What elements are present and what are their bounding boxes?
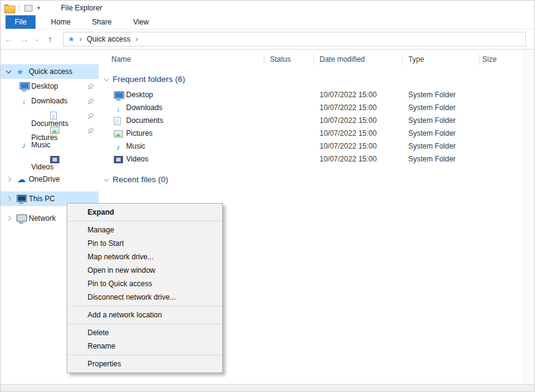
menu-item-delete[interactable]: Delete — [67, 326, 222, 339]
sidebar-item-videos[interactable]: Videos — [1, 152, 99, 167]
tab-home[interactable]: Home — [43, 15, 78, 29]
up-button[interactable]: ↑ — [41, 34, 59, 44]
menu-item-expand[interactable]: Expand — [67, 205, 222, 219]
group-header-recent-files[interactable]: Recent files (0) — [99, 173, 524, 187]
file-rows: Desktop 10/07/2022 15:00 System Folder D… — [99, 89, 524, 166]
breadcrumb-segment-quick-access[interactable]: Quick access — [87, 35, 130, 43]
menu-item-properties[interactable]: Properties — [67, 357, 222, 371]
explorer-logo-icon[interactable] — [4, 4, 14, 12]
menu-separator — [69, 221, 221, 221]
menu-separator — [69, 306, 221, 306]
documents-icon — [114, 117, 121, 125]
table-row-downloads[interactable]: Downloads 10/07/2022 15:00 System Folder — [99, 102, 524, 114]
music-icon — [20, 141, 28, 149]
table-row-music[interactable]: Music 10/07/2022 15:00 System Folder — [99, 140, 524, 153]
table-row-documents[interactable]: Documents 10/07/2022 15:00 System Folder — [99, 114, 524, 127]
quick-access-icon: ★ — [68, 35, 75, 43]
file-type: System Folder — [408, 140, 455, 153]
sidebar-item-label: Network — [29, 214, 56, 223]
tab-share[interactable]: Share — [84, 15, 119, 29]
onedrive-cloud-icon — [17, 175, 26, 183]
column-resize-handle[interactable] — [479, 54, 479, 65]
column-header-name[interactable]: Name — [111, 55, 131, 64]
menu-item-open-in-new-window[interactable]: Open in new window — [67, 264, 222, 277]
file-date-modified: 10/07/2022 15:00 — [320, 114, 376, 127]
sidebar-item-label: Music — [31, 141, 50, 149]
sidebar-item-pictures[interactable]: Pictures — [1, 123, 99, 138]
navigation-bar: ← → ⌄ ↑ ★ › Quick access › — [1, 29, 534, 50]
tab-view[interactable]: View — [125, 15, 157, 29]
titlebar-separator — [19, 4, 20, 12]
desktop-icon — [114, 91, 123, 99]
file-type: System Folder — [408, 153, 455, 166]
sidebar-item-onedrive[interactable]: OneDrive — [1, 172, 99, 187]
chevron-right-icon[interactable] — [6, 216, 11, 221]
menu-item-pin-to-start[interactable]: Pin to Start — [67, 237, 222, 250]
chevron-right-icon[interactable] — [6, 196, 11, 201]
downloads-icon — [114, 104, 122, 112]
sidebar-item-documents[interactable]: Documents — [1, 108, 99, 123]
column-resize-handle[interactable] — [402, 54, 403, 65]
menu-item-add-a-network-location[interactable]: Add a network location — [67, 308, 222, 322]
back-button[interactable]: ← — [1, 34, 17, 44]
menu-item-map-network-drive[interactable]: Map network drive... — [67, 250, 222, 264]
videos-icon — [50, 156, 59, 163]
chevron-right-icon[interactable] — [6, 177, 11, 182]
sidebar-item-label: Desktop — [31, 82, 58, 91]
column-header-size[interactable]: Size — [482, 55, 496, 64]
file-name: Music — [126, 140, 145, 153]
chevron-down-icon — [104, 76, 109, 81]
table-row-desktop[interactable]: Desktop 10/07/2022 15:00 System Folder — [99, 89, 524, 102]
address-bar[interactable]: ★ › Quick access › — [63, 32, 526, 46]
tab-file[interactable]: File — [6, 15, 36, 29]
status-bar — [1, 384, 534, 391]
downloads-icon — [20, 97, 28, 105]
menu-separator — [69, 355, 221, 355]
pictures-icon — [50, 127, 59, 134]
pin-icon — [88, 98, 94, 105]
sidebar-item-downloads[interactable]: Downloads — [1, 94, 99, 108]
sidebar-item-label: Videos — [31, 163, 53, 171]
column-headers: Name Status Date modified Type Size — [99, 50, 524, 69]
chevron-down-icon[interactable] — [6, 68, 11, 73]
sidebar-item-label: This PC — [29, 194, 55, 203]
column-resize-handle[interactable] — [313, 54, 314, 65]
sidebar-item-desktop[interactable]: Desktop — [1, 79, 99, 94]
column-header-status[interactable]: Status — [270, 55, 291, 64]
sidebar-item-label: Downloads — [31, 97, 67, 105]
menu-item-pin-to-quick-access[interactable]: Pin to Quick access — [67, 277, 222, 290]
group-label: Recent files (0) — [113, 173, 168, 187]
desktop-icon — [20, 83, 29, 91]
recent-locations-dropdown-icon[interactable]: ⌄ — [32, 36, 41, 42]
chevron-down-icon — [104, 177, 109, 182]
menu-item-disconnect-network-drive[interactable]: Disconnect network drive... — [67, 290, 222, 304]
sidebar-item-music[interactable]: Music — [1, 138, 99, 152]
vertical-scrollbar[interactable] — [524, 50, 534, 384]
qat-customize-dropdown-icon[interactable]: ▾ — [37, 5, 40, 11]
breadcrumb-chevron-icon[interactable]: › — [135, 35, 138, 43]
column-resize-handle[interactable] — [264, 54, 264, 65]
table-row-videos[interactable]: Videos 10/07/2022 15:00 System Folder — [99, 153, 524, 166]
file-date-modified: 10/07/2022 15:00 — [320, 89, 376, 102]
forward-button[interactable]: → — [17, 34, 32, 44]
column-header-date-modified[interactable]: Date modified — [320, 55, 365, 64]
quick-access-toolbar-icon[interactable] — [24, 5, 32, 12]
menu-item-rename[interactable]: Rename — [67, 339, 222, 353]
sidebar-item-quick-access[interactable]: ★ Quick access — [1, 64, 99, 79]
documents-icon — [50, 112, 57, 120]
group-header-frequent-folders[interactable]: Frequent folders (6) — [99, 73, 524, 86]
context-menu: Expand Manage Pin to Start Map network d… — [67, 203, 223, 373]
breadcrumb-chevron-icon[interactable]: › — [80, 35, 82, 43]
file-name: Desktop — [126, 89, 153, 102]
file-type: System Folder — [408, 114, 455, 127]
table-row-pictures[interactable]: Pictures 10/07/2022 15:00 System Folder — [99, 127, 524, 140]
file-date-modified: 10/07/2022 15:00 — [320, 153, 376, 166]
sidebar-item-label: Quick access — [29, 67, 72, 76]
file-type: System Folder — [408, 102, 455, 114]
menu-separator — [69, 324, 221, 324]
music-icon — [114, 142, 122, 150]
menu-item-manage[interactable]: Manage — [67, 223, 222, 237]
file-explorer-window: ▾ File Explorer File Home Share View ← →… — [0, 0, 535, 392]
file-type: System Folder — [408, 89, 455, 102]
column-header-type[interactable]: Type — [408, 55, 424, 64]
